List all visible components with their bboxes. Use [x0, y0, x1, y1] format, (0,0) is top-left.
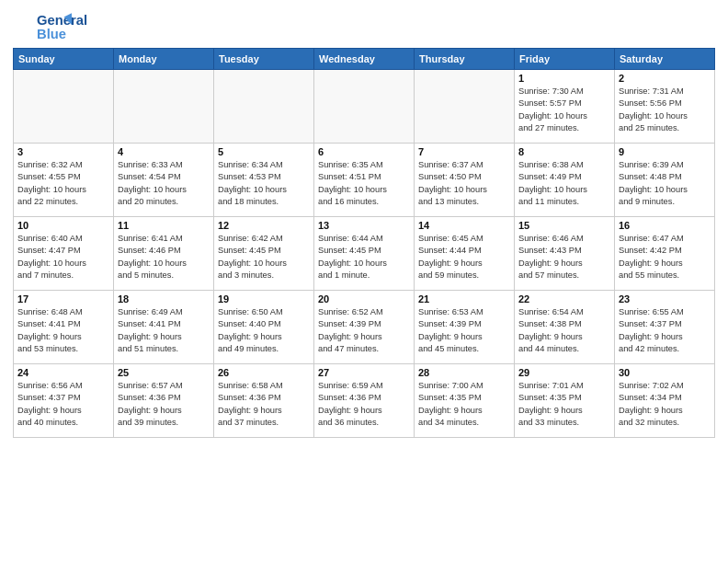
- day-number: 30: [619, 367, 711, 378]
- calendar-cell: [114, 70, 214, 144]
- calendar-cell: 8Sunrise: 6:38 AM Sunset: 4:49 PM Daylig…: [515, 144, 615, 217]
- day-info: Sunrise: 6:45 AM Sunset: 4:44 PM Dayligh…: [418, 233, 510, 282]
- weekday-header-friday: Friday: [515, 49, 615, 70]
- calendar-cell: 6Sunrise: 6:35 AM Sunset: 4:51 PM Daylig…: [314, 144, 415, 217]
- week-row-3: 17Sunrise: 6:48 AM Sunset: 4:41 PM Dayli…: [14, 291, 715, 364]
- day-number: 11: [118, 220, 210, 231]
- day-info: Sunrise: 6:41 AM Sunset: 4:46 PM Dayligh…: [118, 233, 210, 282]
- weekday-header-saturday: Saturday: [615, 49, 715, 70]
- day-number: 9: [619, 146, 711, 157]
- day-info: Sunrise: 6:52 AM Sunset: 4:39 PM Dayligh…: [318, 306, 410, 356]
- weekday-header-monday: Monday: [114, 49, 214, 70]
- day-number: 5: [218, 146, 310, 157]
- day-info: Sunrise: 6:47 AM Sunset: 4:42 PM Dayligh…: [619, 233, 711, 282]
- day-number: 19: [218, 293, 310, 304]
- day-info: Sunrise: 6:58 AM Sunset: 4:36 PM Dayligh…: [218, 380, 310, 430]
- day-info: Sunrise: 6:50 AM Sunset: 4:40 PM Dayligh…: [218, 306, 310, 356]
- day-info: Sunrise: 6:32 AM Sunset: 4:55 PM Dayligh…: [17, 159, 109, 209]
- day-info: Sunrise: 6:44 AM Sunset: 4:45 PM Dayligh…: [318, 233, 410, 282]
- day-number: 27: [318, 367, 410, 378]
- day-number: 20: [318, 293, 410, 304]
- day-info: Sunrise: 6:33 AM Sunset: 4:54 PM Dayligh…: [118, 159, 210, 209]
- week-row-1: 3Sunrise: 6:32 AM Sunset: 4:55 PM Daylig…: [14, 144, 715, 217]
- day-info: Sunrise: 7:30 AM Sunset: 5:57 PM Dayligh…: [518, 86, 610, 135]
- day-number: 12: [218, 220, 310, 231]
- calendar-cell: 29Sunrise: 7:01 AM Sunset: 4:35 PM Dayli…: [515, 364, 615, 438]
- day-number: 23: [619, 293, 711, 304]
- logo: General Blue: [13, 9, 98, 44]
- calendar-cell: [214, 70, 314, 144]
- day-number: 26: [218, 367, 310, 378]
- day-number: 2: [619, 73, 711, 84]
- day-info: Sunrise: 6:53 AM Sunset: 4:39 PM Dayligh…: [418, 306, 510, 356]
- day-info: Sunrise: 6:38 AM Sunset: 4:49 PM Dayligh…: [518, 159, 610, 209]
- calendar-cell: 9Sunrise: 6:39 AM Sunset: 4:48 PM Daylig…: [615, 144, 715, 217]
- calendar-cell: [314, 70, 415, 144]
- calendar-cell: [415, 70, 515, 144]
- svg-text:Blue: Blue: [37, 27, 66, 41]
- calendar-cell: 26Sunrise: 6:58 AM Sunset: 4:36 PM Dayli…: [214, 364, 314, 438]
- day-info: Sunrise: 6:59 AM Sunset: 4:36 PM Dayligh…: [318, 380, 410, 430]
- day-info: Sunrise: 6:39 AM Sunset: 4:48 PM Dayligh…: [619, 159, 711, 209]
- calendar-cell: 1Sunrise: 7:30 AM Sunset: 5:57 PM Daylig…: [515, 70, 615, 144]
- svg-text:General: General: [37, 13, 87, 28]
- page-container: General Blue SundayMondayTuesdayWednesda…: [0, 0, 728, 443]
- calendar-cell: 2Sunrise: 7:31 AM Sunset: 5:56 PM Daylig…: [615, 70, 715, 144]
- calendar-cell: 17Sunrise: 6:48 AM Sunset: 4:41 PM Dayli…: [14, 291, 114, 364]
- calendar-cell: 16Sunrise: 6:47 AM Sunset: 4:42 PM Dayli…: [615, 217, 715, 291]
- day-info: Sunrise: 6:35 AM Sunset: 4:51 PM Dayligh…: [318, 159, 410, 209]
- day-info: Sunrise: 6:56 AM Sunset: 4:37 PM Dayligh…: [17, 380, 109, 430]
- weekday-header-sunday: Sunday: [14, 49, 114, 70]
- day-number: 10: [17, 220, 109, 231]
- calendar-table: SundayMondayTuesdayWednesdayThursdayFrid…: [13, 48, 715, 438]
- day-number: 17: [17, 293, 109, 304]
- week-row-0: 1Sunrise: 7:30 AM Sunset: 5:57 PM Daylig…: [14, 70, 715, 144]
- day-info: Sunrise: 6:42 AM Sunset: 4:45 PM Dayligh…: [218, 233, 310, 282]
- calendar-cell: 7Sunrise: 6:37 AM Sunset: 4:50 PM Daylig…: [415, 144, 515, 217]
- day-info: Sunrise: 7:02 AM Sunset: 4:34 PM Dayligh…: [619, 380, 711, 430]
- day-info: Sunrise: 6:34 AM Sunset: 4:53 PM Dayligh…: [218, 159, 310, 209]
- weekday-header-row: SundayMondayTuesdayWednesdayThursdayFrid…: [14, 49, 715, 70]
- day-number: 28: [418, 367, 510, 378]
- header: General Blue: [13, 9, 715, 44]
- day-info: Sunrise: 7:00 AM Sunset: 4:35 PM Dayligh…: [418, 380, 510, 430]
- day-number: 13: [318, 220, 410, 231]
- calendar-cell: 4Sunrise: 6:33 AM Sunset: 4:54 PM Daylig…: [114, 144, 214, 217]
- week-row-2: 10Sunrise: 6:40 AM Sunset: 4:47 PM Dayli…: [14, 217, 715, 291]
- day-info: Sunrise: 7:31 AM Sunset: 5:56 PM Dayligh…: [619, 86, 711, 135]
- calendar-cell: 12Sunrise: 6:42 AM Sunset: 4:45 PM Dayli…: [214, 217, 314, 291]
- day-info: Sunrise: 6:40 AM Sunset: 4:47 PM Dayligh…: [17, 233, 109, 282]
- calendar-cell: 13Sunrise: 6:44 AM Sunset: 4:45 PM Dayli…: [314, 217, 415, 291]
- calendar-cell: 3Sunrise: 6:32 AM Sunset: 4:55 PM Daylig…: [14, 144, 114, 217]
- day-number: 24: [17, 367, 109, 378]
- calendar-cell: 22Sunrise: 6:54 AM Sunset: 4:38 PM Dayli…: [515, 291, 615, 364]
- day-number: 18: [118, 293, 210, 304]
- calendar-cell: 18Sunrise: 6:49 AM Sunset: 4:41 PM Dayli…: [114, 291, 214, 364]
- weekday-header-thursday: Thursday: [415, 49, 515, 70]
- weekday-header-tuesday: Tuesday: [214, 49, 314, 70]
- calendar-cell: 14Sunrise: 6:45 AM Sunset: 4:44 PM Dayli…: [415, 217, 515, 291]
- day-number: 16: [619, 220, 711, 231]
- logo-icon: General Blue: [13, 9, 96, 44]
- day-number: 4: [118, 146, 210, 157]
- calendar-cell: 5Sunrise: 6:34 AM Sunset: 4:53 PM Daylig…: [214, 144, 314, 217]
- calendar-cell: 10Sunrise: 6:40 AM Sunset: 4:47 PM Dayli…: [14, 217, 114, 291]
- weekday-header-wednesday: Wednesday: [314, 49, 415, 70]
- day-number: 3: [17, 146, 109, 157]
- day-number: 21: [418, 293, 510, 304]
- day-info: Sunrise: 6:49 AM Sunset: 4:41 PM Dayligh…: [118, 306, 210, 356]
- calendar-cell: 27Sunrise: 6:59 AM Sunset: 4:36 PM Dayli…: [314, 364, 415, 438]
- calendar-cell: 19Sunrise: 6:50 AM Sunset: 4:40 PM Dayli…: [214, 291, 314, 364]
- day-info: Sunrise: 6:48 AM Sunset: 4:41 PM Dayligh…: [17, 306, 109, 356]
- calendar-cell: [14, 70, 114, 144]
- calendar-cell: 15Sunrise: 6:46 AM Sunset: 4:43 PM Dayli…: [515, 217, 615, 291]
- calendar-cell: 28Sunrise: 7:00 AM Sunset: 4:35 PM Dayli…: [415, 364, 515, 438]
- day-number: 6: [318, 146, 410, 157]
- day-info: Sunrise: 6:54 AM Sunset: 4:38 PM Dayligh…: [518, 306, 610, 356]
- calendar-cell: 21Sunrise: 6:53 AM Sunset: 4:39 PM Dayli…: [415, 291, 515, 364]
- week-row-4: 24Sunrise: 6:56 AM Sunset: 4:37 PM Dayli…: [14, 364, 715, 438]
- day-info: Sunrise: 6:55 AM Sunset: 4:37 PM Dayligh…: [619, 306, 711, 356]
- day-number: 29: [518, 367, 610, 378]
- day-info: Sunrise: 6:37 AM Sunset: 4:50 PM Dayligh…: [418, 159, 510, 209]
- day-number: 1: [518, 73, 610, 84]
